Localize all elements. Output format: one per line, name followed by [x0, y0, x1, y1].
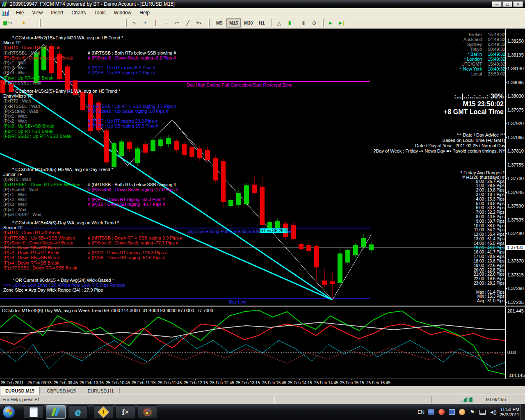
indicator-series-line [0, 336, 505, 369]
panel-raging-row: # (P)SB : Up SB raging 15.3 Pips # [88, 123, 158, 128]
title-bar[interactable]: 2089019947: FXCM MT4 powered by BT - Dem… [0, 0, 525, 8]
candle-body [353, 245, 358, 255]
zigzag-line [2, 44, 371, 300]
taskbar-clock[interactable]: 11:50 PM 25/2/2011 [500, 407, 519, 418]
friday-range-row: 7:00 : 32.2 Pips [476, 210, 505, 215]
time-axis-tick [39, 379, 39, 380]
price-axis-label: 1.37810 [507, 148, 524, 153]
chart-tab-eurusd-h1[interactable]: EURUSD,H1 [83, 387, 119, 395]
auto-scroll-icon[interactable]: ► [326, 18, 336, 27]
taskbar-mt4-button[interactable] [46, 405, 66, 419]
trendline-tool-icon[interactable]: ╱ [183, 18, 193, 27]
timeframe-m30-button[interactable]: M30 [241, 18, 256, 27]
taskbar-alert-button[interactable]: ! [94, 405, 113, 419]
zone-label: Day Low Ending Full Correction/Start Rev… [187, 229, 292, 234]
indicator-axis-label: 0.00 [507, 350, 516, 355]
timeframe-m5-button[interactable]: M5 [213, 18, 225, 27]
toolbar-grip [208, 19, 210, 27]
window-title: 2089019947: FXCM MT4 powered by BT - Dem… [10, 1, 175, 7]
timeframe-m15-button[interactable]: M15 [226, 18, 241, 27]
indicator-title: CCsbrtor-M15x48(6)-Day WA, avg on Week T… [2, 308, 213, 313]
panel-raging-row: # (P)SB : Up SB raging 5.2 Pips # [88, 70, 155, 75]
panel-signal-row: (I)xRT0 : Down RT->0 Break [3, 45, 60, 50]
new-chart-button[interactable]: ▦+▾ [2, 18, 12, 27]
zoom-in-icon[interactable]: ⊕ [299, 18, 308, 27]
notepad-icon [30, 407, 38, 417]
antivirus-tray-icon[interactable] [438, 409, 445, 415]
time-axis-tick [195, 379, 196, 380]
zone-label: Day High Ending Full Correction/Start Re… [187, 82, 292, 87]
restore-button[interactable]: ▢ [502, 1, 512, 7]
profiles-button[interactable]: ★ [19, 18, 29, 27]
clock-city: Broker [469, 32, 482, 37]
friday-range-row: 6:00 : 30.3 Pips [476, 205, 505, 210]
candle-body [322, 281, 327, 285]
language-indicator[interactable]: EN [418, 409, 425, 415]
panel-signal-row: (F)x4 : Up RT->SB Break [3, 75, 53, 80]
mt4-window: 2089019947: FXCM MT4 powered by BT - Dem… [0, 0, 525, 420]
candle-body [299, 244, 304, 249]
candle-body [275, 221, 280, 228]
taskbar-notepad-button[interactable] [24, 405, 43, 419]
taskbar-ie-button[interactable]: e [68, 405, 88, 419]
menu-help[interactable]: Help [135, 9, 154, 17]
candle-chart-mode-icon[interactable]: ▮ [285, 18, 294, 27]
toolbar-grip [322, 19, 324, 27]
friday-range-summary: Max : 61.4 Pips [476, 290, 504, 294]
updater-tray-icon[interactable] [459, 409, 466, 415]
panel-signal-row: (P)xScale0 : Down Scale->0 Break [3, 55, 73, 60]
network-tray-icon[interactable] [479, 409, 486, 415]
candle-body [306, 245, 311, 251]
vertical-line-tool-icon[interactable]: │ [151, 18, 161, 27]
candle-body [260, 187, 265, 225]
chart-tabs-bar: EURUSD,M15GBPUSD,M15EURUSD,H1 [0, 386, 525, 395]
cursor-tool-icon[interactable]: ↖ [130, 18, 139, 27]
chart-tab-gbpusd-m15[interactable]: GBPUSD,M15 [42, 387, 81, 395]
menu-window[interactable]: Window [110, 9, 136, 17]
timeframe-h1-button[interactable]: H1 [256, 18, 267, 27]
bar-countdown: M15 23:50:02 [463, 100, 504, 108]
indicator-pane-separator[interactable] [0, 306, 525, 307]
fibo-tool-icon[interactable]: ▭ [172, 18, 182, 27]
menu-insert[interactable]: Insert [47, 9, 67, 17]
internet-explorer-icon: e [75, 407, 81, 418]
price-axis-label: 1.38140 [507, 66, 524, 71]
show-desktop-button[interactable] [520, 404, 525, 420]
app-tray-icon[interactable] [448, 409, 455, 415]
candle-body [283, 224, 288, 237]
time-axis-tick [12, 379, 13, 380]
panel-raging-row: # (I)RTSSB : Up RT > SSB raging 3.5 Pips… [88, 104, 177, 109]
horizontal-line-tool-icon[interactable]: ─ [162, 18, 171, 27]
volume-tray-icon[interactable]: ◄)) [489, 409, 496, 415]
menu-tools[interactable]: Tools [90, 9, 110, 17]
chart-shift-icon[interactable]: ►| [336, 18, 346, 27]
clock-time: 10:49:32 [488, 66, 505, 71]
crosshair-tool-icon[interactable]: + [140, 18, 150, 27]
panel-raging-row: # (P)SB : Down SB raging -40.7 Pips # [88, 202, 165, 207]
panel-signal-row: (F)x4 : Wait [3, 207, 26, 212]
panel-signal-row: (F)x4 : Down RT->SB Break [3, 260, 59, 265]
close-button[interactable]: × [513, 1, 523, 7]
price-axis-label: 1.37535 [507, 217, 524, 222]
time-axis[interactable]: 25 Feb 201125 Feb 09:1525 Feb 09:4525 Fe… [0, 379, 525, 386]
price-chart-canvas[interactable] [0, 0, 525, 420]
shapes-tool-icon[interactable]: ✳▾ [194, 18, 203, 27]
menu-charts[interactable]: Charts [67, 9, 90, 17]
friday-range-row: 8:00 : 40.5 Pips [476, 215, 505, 219]
start-button[interactable] [2, 406, 15, 418]
taskbar-fx-button[interactable]: f× [116, 405, 135, 419]
line-chart-mode-icon[interactable]: △ [274, 18, 284, 27]
candle-body [236, 193, 241, 205]
status-divider [274, 396, 275, 403]
taskbar-paint-button[interactable] [138, 405, 158, 419]
zoom-out-icon[interactable]: ⊖ [309, 18, 319, 27]
clock-city: * London [464, 57, 482, 62]
chart-window-icon[interactable] [2, 10, 9, 16]
menu-file[interactable]: File [12, 9, 28, 17]
friday-range-row: 17:00 : 28.9 Pips [474, 254, 504, 259]
chart-tab-eurusd-m15[interactable]: EURUSD,M15 [0, 387, 40, 395]
messenger-tray-icon[interactable] [428, 409, 435, 415]
menu-view[interactable]: View [28, 9, 47, 17]
minimize-button[interactable]: ─ [492, 1, 502, 7]
action-center-flag-icon[interactable]: ⚑ [469, 409, 476, 415]
